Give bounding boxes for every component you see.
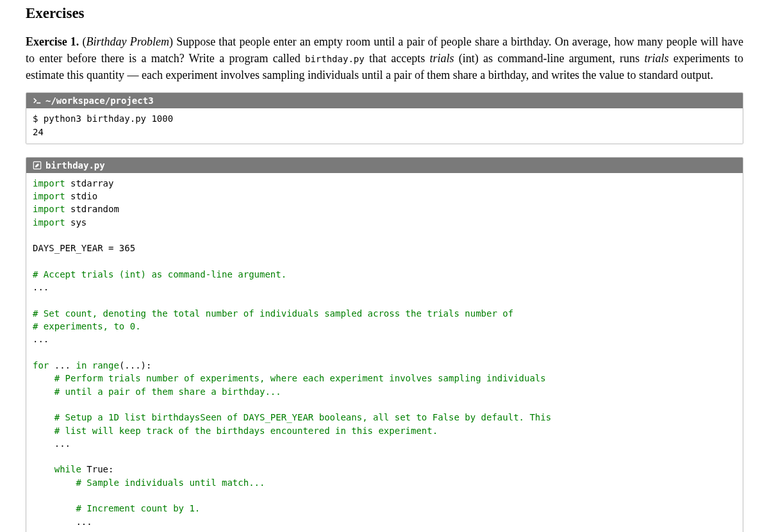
code-text (33, 387, 54, 397)
code-text: ... (33, 438, 70, 449)
code-keyword: # Increment count by 1. (76, 503, 200, 513)
terminal-path: ~/workspace/project3 (45, 96, 154, 106)
terminal-box: ~/workspace/project3 $ python3 birthday.… (26, 92, 743, 144)
code-keyword: import (33, 178, 65, 188)
code-keyword: for (33, 360, 49, 370)
code-header: birthday.py (26, 158, 743, 173)
filename-inline: birthday.py (305, 54, 365, 64)
code-keyword: # Perform trials number of experiments, … (54, 373, 546, 383)
terminal-output: 24 (33, 127, 44, 137)
code-text: (...): (119, 360, 152, 370)
code-text (33, 373, 54, 383)
exercise-body-2: that accepts (365, 52, 430, 65)
code-keyword: # list will keep track of the birthdays … (54, 426, 438, 436)
code-text: stdarray (65, 178, 114, 188)
terminal-command: $ python3 birthday.py 1000 (33, 113, 173, 124)
code-keyword: # Setup a 1D list birthdaysSeen of DAYS_… (54, 412, 551, 422)
code-keyword: import (33, 204, 65, 214)
code-box: birthday.py import stdarray import stdio… (26, 157, 743, 532)
section-title: Exercises (26, 5, 743, 22)
exercise-name: Birthday Problem (86, 35, 169, 48)
code-text: True: (81, 464, 114, 474)
code-text (87, 360, 92, 370)
terminal-header: ~/workspace/project3 (26, 93, 743, 108)
code-keyword: # experiments, to 0. (33, 321, 141, 331)
page: Exercises Exercise 1. (Birthday Problem)… (0, 0, 769, 532)
terminal-icon (33, 96, 42, 105)
code-keyword: range (92, 360, 119, 370)
code-filename: birthday.py (45, 160, 105, 170)
edit-icon (33, 161, 42, 170)
code-keyword: while (54, 464, 81, 474)
code-text (33, 478, 76, 488)
code-text: ... (33, 334, 49, 344)
code-body: import stdarray import stdio import stdr… (26, 173, 743, 532)
arg-trials-2: trials (644, 52, 668, 65)
terminal-body: $ python3 birthday.py 1000 24 (26, 108, 743, 144)
exercise-description: Exercise 1. (Birthday Problem) Suppose t… (26, 33, 743, 83)
exercise-body-3: (int) as command-line argument, runs (454, 52, 645, 65)
code-text: ... (33, 282, 49, 292)
code-text (33, 464, 54, 474)
code-text: ... (49, 360, 76, 370)
code-text: stdrandom (65, 204, 119, 214)
code-text: sys (65, 217, 87, 228)
exercise-label: Exercise 1. (26, 35, 79, 48)
code-text (33, 412, 54, 422)
code-keyword: import (33, 191, 65, 201)
code-keyword: in (76, 360, 87, 370)
code-keyword: import (33, 217, 65, 228)
arg-trials-1: trials (430, 52, 454, 65)
code-text: DAYS_PER_YEAR = 365 (33, 243, 135, 253)
code-text: ... (33, 517, 92, 527)
code-keyword: # until a pair of them share a birthday.… (54, 387, 281, 397)
code-keyword: # Sample individuals until match... (76, 478, 265, 488)
code-keyword: # Set count, denoting the total number o… (33, 308, 513, 319)
code-keyword: # Accept trials (int) as command-line ar… (33, 269, 286, 279)
code-text: stdio (65, 191, 98, 201)
code-text (33, 503, 76, 513)
code-text (33, 426, 54, 436)
